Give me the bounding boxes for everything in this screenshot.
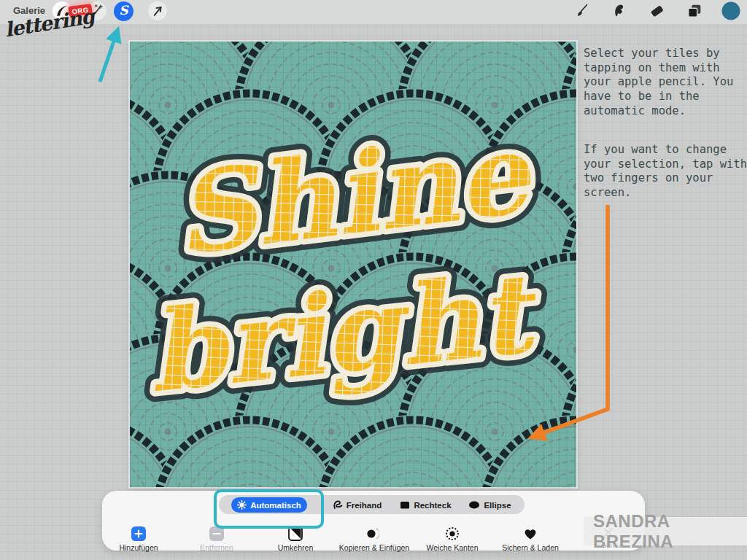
heart-icon (523, 526, 538, 541)
action-label: Sichern & Laden (502, 543, 559, 552)
action-copy-paste[interactable]: Kopieren & Einfügen (334, 526, 414, 552)
action-feather[interactable]: Weiche Kanten (412, 526, 492, 552)
plus-square-icon (131, 526, 146, 541)
selection-tool-button[interactable]: S (114, 1, 133, 21)
color-swatch-button[interactable] (721, 1, 740, 20)
transform-button[interactable] (148, 1, 167, 20)
watermark-text: SANDRA BREZINA (593, 511, 747, 552)
procreate-app: Galerie S (0, 0, 747, 560)
invert-square-icon (288, 526, 303, 541)
cyan-highlight-box (214, 489, 324, 529)
mode-label: Ellipse (484, 501, 511, 510)
eraser-icon (648, 2, 665, 20)
magic-wand-icon (89, 3, 105, 19)
mosaic-artwork: Shine Shine Shine bright bright bright (130, 42, 576, 487)
mode-rectangle[interactable]: Rechteck (395, 497, 457, 513)
action-remove[interactable]: Entfernen (177, 526, 257, 552)
action-invert[interactable]: Umkehren (255, 526, 336, 552)
top-toolbar (0, 0, 747, 25)
copy-paste-icon (367, 526, 382, 541)
action-label: Weiche Kanten (426, 543, 478, 552)
eraser-button[interactable] (647, 1, 666, 20)
action-label: Umkehren (278, 543, 313, 552)
action-label: Entfernen (200, 543, 233, 552)
smudge-finger-icon (611, 2, 628, 20)
instruction-paragraph-1: Select your tiles by tapping on them wit… (584, 47, 747, 118)
mode-freehand[interactable]: Freihand (326, 497, 388, 513)
action-label: Hinzufügen (119, 543, 158, 552)
brush-icon (573, 2, 590, 20)
gallery-button[interactable]: Galerie (13, 5, 45, 16)
mode-label: Rechteck (414, 501, 451, 510)
soft-edge-icon (445, 526, 460, 541)
mode-ellipse[interactable]: Ellipse (459, 497, 521, 513)
cyan-annotation-arrow (100, 31, 117, 82)
action-save-load[interactable]: Sichern & Laden (490, 526, 570, 552)
active-color-circle (721, 1, 740, 20)
transform-arrow-icon (150, 3, 166, 19)
freehand-squiggle-icon (333, 500, 343, 510)
adjustments-button[interactable] (88, 1, 107, 20)
drawing-canvas[interactable]: Shine Shine Shine bright bright bright (130, 42, 576, 487)
rectangle-icon (400, 500, 410, 510)
ellipse-icon (468, 500, 480, 510)
smudge-button[interactable] (610, 1, 629, 20)
layers-button[interactable] (685, 1, 704, 20)
selection-s-icon: S (119, 4, 128, 17)
instruction-paragraph-2: If you want to change your selection, ta… (584, 143, 747, 201)
action-label: Kopieren & Einfügen (339, 543, 409, 552)
action-add[interactable]: Hinzufügen (98, 526, 179, 552)
minus-square-icon (209, 526, 224, 541)
mode-label: Freihand (347, 501, 382, 510)
layers-icon (686, 2, 703, 20)
watermark: SANDRA BREZINA (584, 517, 747, 545)
brush-button[interactable] (572, 1, 591, 20)
